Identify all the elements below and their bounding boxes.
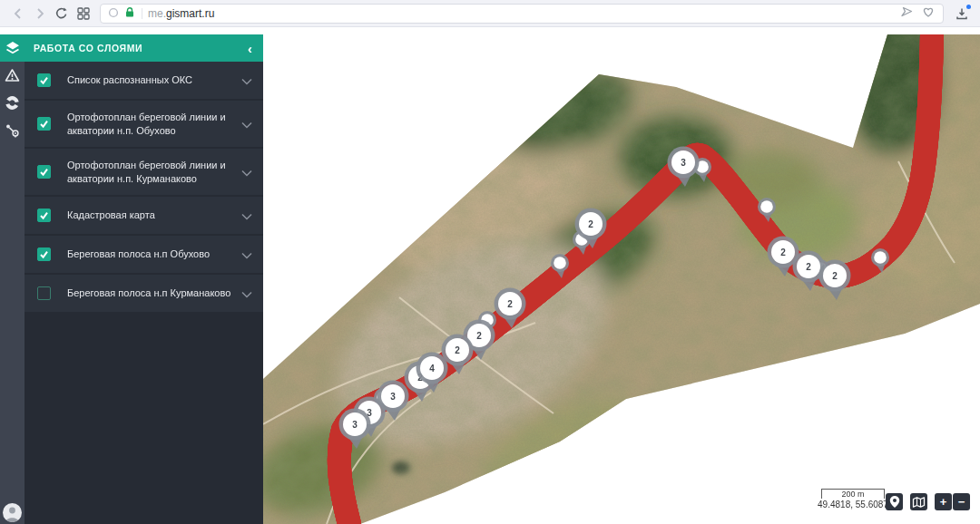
layers-panel-icon[interactable]	[0, 40, 24, 56]
favorite-icon[interactable]	[921, 5, 936, 23]
lock-icon[interactable]	[124, 5, 135, 22]
address-bar[interactable]: me.gismart.ru	[100, 4, 944, 24]
layer-label: Ортофотоплан береговой линии и акватории…	[67, 159, 236, 186]
layer-row[interactable]: Ортофотоплан береговой линии и акватории…	[24, 101, 263, 147]
downloads-icon[interactable]	[951, 3, 973, 24]
tool-rail	[0, 62, 24, 524]
zoom-in-button[interactable]: +	[935, 493, 952, 510]
cluster-count: 3	[352, 420, 358, 430]
layer-checkbox[interactable]	[37, 209, 51, 222]
map-canvas[interactable]: 3222222224333	[263, 34, 980, 524]
layer-label: Ортофотоплан береговой линии и акватории…	[67, 111, 236, 138]
browser-toolbar: me.gismart.ru	[0, 0, 980, 27]
cursor-coordinates: 49.4818, 55.6087	[810, 500, 896, 509]
layer-row[interactable]: Кадастровая карта	[24, 197, 263, 234]
layer-label: Береговая полоса н.п Курманаково	[67, 286, 236, 300]
page-url: me.gismart.ru	[148, 7, 214, 20]
layer-checkbox[interactable]	[37, 117, 51, 131]
cluster-count: 2	[806, 262, 811, 272]
chevron-down-icon[interactable]	[241, 116, 252, 132]
chevron-down-icon[interactable]	[241, 164, 252, 180]
warnings-icon[interactable]	[0, 62, 24, 89]
chevron-down-icon[interactable]	[241, 208, 252, 224]
measure-route-icon[interactable]	[0, 116, 24, 143]
layer-row[interactable]: Список распознанных ОКС	[24, 62, 263, 99]
cluster-count: 3	[390, 392, 396, 402]
protect-icon	[108, 5, 119, 22]
cluster-count: 4	[429, 364, 435, 374]
back-icon[interactable]	[7, 3, 29, 24]
chevron-down-icon[interactable]	[241, 73, 252, 89]
layers-panel: Список распознанных ОКС Ортофотоплан бер…	[24, 62, 263, 524]
zoom-out-button[interactable]: −	[953, 493, 970, 510]
layer-label: Список распознанных ОКС	[67, 73, 236, 87]
cluster-count: 2	[588, 219, 593, 229]
chevron-down-icon[interactable]	[241, 286, 252, 302]
cluster-count: 2	[476, 331, 482, 341]
tabs-grid-icon[interactable]	[73, 3, 94, 24]
cluster-count: 2	[507, 299, 513, 309]
layers-sidebar: РАБОТА СО СЛОЯМИ ‹ Список распознанных О…	[0, 34, 263, 524]
cluster-count: 2	[455, 345, 460, 355]
layer-label: Береговая полоса н.п Обухово	[67, 247, 236, 261]
download-badge	[966, 5, 971, 9]
forward-icon[interactable]	[29, 3, 51, 24]
layer-checkbox[interactable]	[37, 165, 51, 179]
share-icon[interactable]	[899, 5, 914, 23]
layer-checkbox[interactable]	[37, 286, 51, 300]
reload-icon[interactable]	[51, 3, 73, 24]
collapse-panel-button[interactable]: ‹	[248, 42, 252, 55]
sidebar-header: РАБОТА СО СЛОЯМИ ‹	[0, 34, 263, 62]
user-avatar[interactable]	[3, 503, 22, 522]
map-icon	[912, 496, 926, 509]
layer-checkbox[interactable]	[37, 73, 51, 87]
layer-row[interactable]: Береговая полоса н.п Обухово	[24, 236, 263, 273]
app-window: me.gismart.ru	[0, 0, 980, 524]
cluster-count: 2	[832, 271, 838, 281]
layer-label: Кадастровая карта	[67, 209, 236, 222]
map-scale-bar: 200 m	[821, 489, 885, 499]
layer-row[interactable]: Береговая полоса н.п Курманаково	[24, 275, 263, 312]
layer-row[interactable]: Ортофотоплан береговой линии и акватории…	[24, 149, 263, 195]
locate-button[interactable]	[886, 493, 903, 510]
cluster-count: 3	[681, 158, 686, 168]
layer-checkbox[interactable]	[37, 247, 51, 261]
panel-title: РАБОТА СО СЛОЯМИ	[34, 43, 142, 53]
basemap-button[interactable]	[910, 493, 927, 510]
chevron-down-icon[interactable]	[241, 247, 252, 263]
location-pin-icon	[888, 495, 901, 509]
cluster-count: 2	[780, 247, 786, 257]
url-divider	[142, 8, 142, 19]
basemap-icon[interactable]	[0, 89, 24, 116]
